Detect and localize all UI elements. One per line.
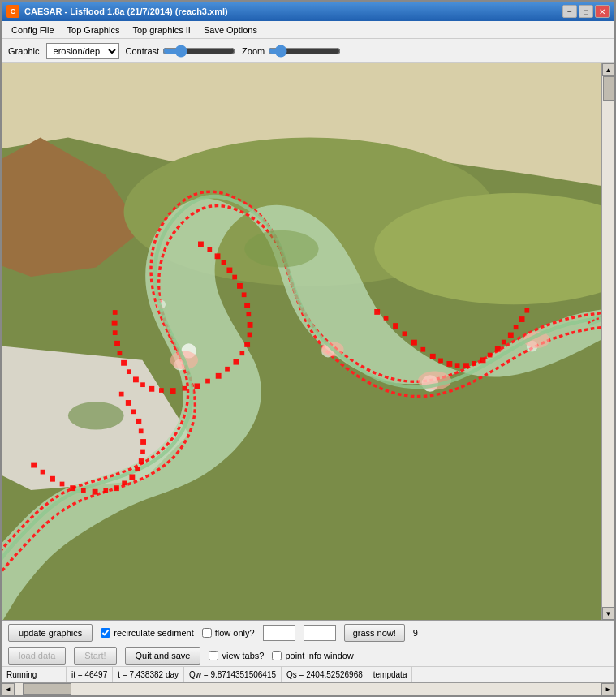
vertical-scrollbar[interactable]: ▲ ▼ (601, 63, 614, 620)
scroll-down-button[interactable]: ▼ (602, 607, 615, 620)
close-button[interactable]: ✕ (595, 5, 610, 18)
recirculate-sediment-checkbox[interactable] (101, 628, 110, 638)
svg-rect-63 (463, 363, 469, 368)
svg-rect-41 (170, 388, 176, 394)
svg-rect-26 (232, 275, 237, 280)
svg-rect-72 (524, 308, 529, 313)
graphic-select[interactable]: erosion/dep elevation water depth veloci… (46, 43, 119, 59)
svg-rect-38 (205, 379, 210, 384)
svg-rect-89 (136, 419, 141, 424)
scroll-left-button[interactable]: ◄ (2, 683, 15, 696)
svg-rect-70 (514, 325, 519, 329)
svg-rect-73 (31, 463, 37, 468)
zoom-slider[interactable] (268, 45, 341, 58)
map-canvas: ▲ ▼ (2, 63, 614, 620)
view-tabs-checkbox[interactable] (209, 651, 218, 660)
svg-rect-84 (135, 467, 140, 471)
window-title: CAESAR - Lisflood 1.8a (21/7/2014) (reac… (24, 6, 228, 16)
minimize-button[interactable]: − (562, 5, 577, 18)
svg-rect-32 (248, 333, 252, 338)
svg-rect-35 (233, 359, 239, 365)
svg-rect-75 (50, 476, 55, 482)
svg-rect-39 (194, 383, 200, 389)
svg-rect-23 (215, 253, 221, 259)
status-qs: Qs = 2404.52526968 (282, 667, 368, 682)
status-time-day: t = 7.438382 day (113, 667, 184, 682)
svg-rect-49 (114, 341, 120, 346)
svg-rect-71 (519, 316, 525, 322)
svg-rect-25 (226, 268, 232, 273)
svg-rect-33 (244, 342, 250, 347)
point-info-label[interactable]: point info window (272, 651, 353, 660)
svg-rect-29 (244, 303, 250, 308)
grass-button[interactable]: grass now! (344, 624, 405, 642)
svg-rect-74 (41, 470, 45, 475)
svg-rect-43 (149, 386, 154, 392)
svg-rect-47 (121, 360, 127, 366)
svg-rect-78 (81, 488, 86, 493)
menu-config-file[interactable]: Config File (5, 24, 61, 37)
title-bar-left: C CAESAR - Lisflood 1.8a (21/7/2014) (re… (6, 5, 228, 18)
zoom-container: Zoom (242, 45, 341, 58)
hscroll-track (15, 683, 601, 695)
zoom-label: Zoom (242, 46, 265, 56)
load-data-button[interactable]: load data (8, 647, 66, 665)
status-tempdata: tempdata (368, 667, 413, 682)
maximize-button[interactable]: □ (579, 5, 593, 18)
menu-top-graphics-2[interactable]: Top graphics II (126, 24, 197, 37)
svg-point-93 (68, 402, 124, 429)
svg-rect-57 (411, 340, 417, 346)
svg-rect-79 (93, 489, 98, 495)
flow-only-text: flow only? (215, 628, 255, 638)
scroll-right-button[interactable]: ► (601, 683, 614, 696)
svg-rect-30 (246, 312, 251, 316)
contrast-slider[interactable] (162, 45, 235, 58)
scroll-up-button[interactable]: ▲ (602, 63, 615, 76)
svg-rect-76 (60, 482, 65, 487)
point-info-checkbox[interactable] (272, 651, 282, 660)
update-graphics-button[interactable]: update graphics (8, 624, 93, 642)
svg-rect-60 (438, 359, 443, 364)
menu-bar: Config File Top Graphics Top graphics II… (2, 21, 614, 39)
svg-rect-83 (129, 474, 135, 480)
recirculate-sediment-label[interactable]: recirculate sediment (101, 628, 193, 638)
window-controls: − □ ✕ (562, 5, 610, 18)
map-svg (2, 63, 601, 620)
menu-save-options[interactable]: Save Options (197, 24, 264, 37)
svg-rect-37 (216, 373, 222, 379)
svg-rect-42 (159, 388, 164, 393)
contrast-label: Contrast (126, 46, 160, 56)
svg-rect-40 (183, 386, 187, 391)
view-tabs-text: view tabs? (222, 651, 264, 660)
value1-input[interactable]: 358 (263, 625, 295, 641)
svg-rect-68 (502, 340, 506, 345)
svg-rect-92 (119, 392, 124, 397)
svg-rect-90 (131, 409, 136, 414)
svg-rect-69 (508, 333, 514, 338)
svg-rect-48 (118, 351, 123, 355)
svg-rect-62 (455, 363, 460, 368)
horizontal-scrollbar: ◄ ► (2, 682, 614, 695)
svg-rect-51 (112, 321, 118, 326)
recirculate-sediment-text: recirculate sediment (114, 628, 193, 638)
hscroll-thumb[interactable] (23, 683, 71, 695)
menu-top-graphics[interactable]: Top Graphics (61, 24, 127, 37)
flow-only-label[interactable]: flow only? (202, 628, 255, 638)
svg-rect-85 (139, 458, 144, 464)
svg-rect-61 (446, 361, 452, 367)
toolbar: Graphic erosion/dep elevation water dept… (2, 39, 614, 63)
view-tabs-label[interactable]: view tabs? (209, 651, 264, 660)
scroll-thumb[interactable] (603, 76, 614, 101)
controls-row1: update graphics recirculate sediment flo… (2, 621, 614, 645)
status-iteration: it = 46497 (67, 667, 113, 682)
extra-value: 9 (413, 628, 418, 638)
svg-rect-27 (237, 283, 243, 289)
svg-rect-91 (126, 400, 131, 406)
flow-only-checkbox[interactable] (202, 628, 212, 638)
contrast-container: Contrast (126, 45, 236, 58)
value2-input[interactable]: 358 (304, 625, 336, 641)
svg-rect-80 (103, 488, 108, 493)
start-button[interactable]: Start! (74, 647, 116, 665)
main-window: C CAESAR - Lisflood 1.8a (21/7/2014) (re… (0, 0, 616, 697)
quit-save-button[interactable]: Quit and save (125, 647, 201, 665)
